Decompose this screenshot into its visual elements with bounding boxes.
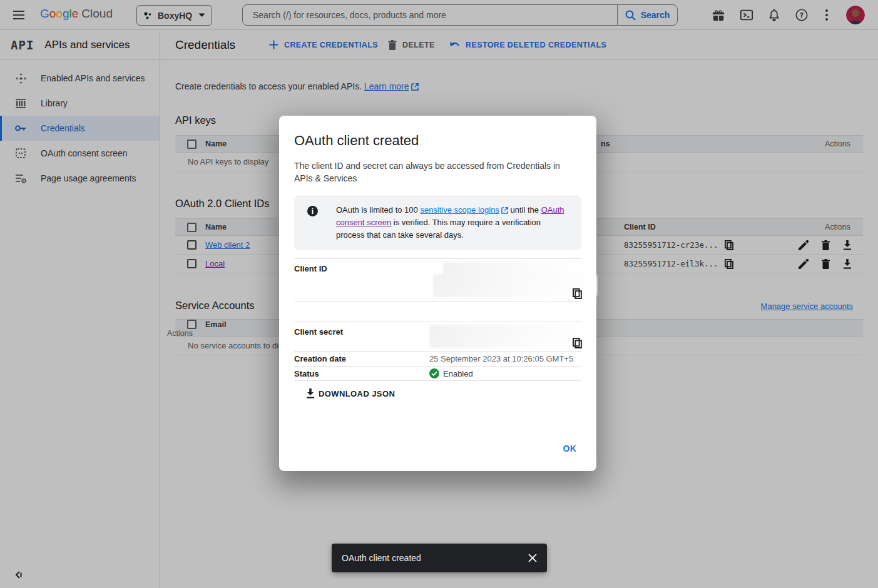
snackbar: OAuth client created <box>332 544 547 572</box>
close-icon[interactable] <box>528 553 538 563</box>
snackbar-message: OAuth client created <box>342 553 528 563</box>
client-secret-row: Client secret <box>294 322 581 351</box>
external-link-icon <box>501 207 508 214</box>
dialog-title: OAuth client created <box>294 116 581 149</box>
notice-fragment: until the <box>508 205 541 215</box>
blank-row <box>294 302 581 322</box>
status-value: Enabled <box>443 369 473 378</box>
creation-date-label: Creation date <box>294 354 429 363</box>
status-row: Status Enabled <box>294 366 581 381</box>
ok-button[interactable]: OK <box>559 443 581 454</box>
copy-icon[interactable] <box>573 338 582 348</box>
notice-box: OAuth is limited to 100 sensitive scope … <box>294 195 581 250</box>
client-id-row: Client ID <box>294 258 581 302</box>
creation-date-value: 25 September 2023 at 10:26:05 GMT+5 <box>429 354 573 363</box>
info-icon <box>307 204 318 241</box>
download-json-button[interactable]: DOWNLOAD JSON <box>302 388 399 399</box>
notice-fragment: OAuth is limited to 100 <box>336 205 420 215</box>
check-circle-icon <box>429 368 439 378</box>
client-secret-value-redacted <box>429 322 581 351</box>
download-icon <box>306 388 315 398</box>
notice-text: OAuth is limited to 100 sensitive scope … <box>336 204 571 241</box>
client-secret-label: Client secret <box>294 322 429 351</box>
status-label: Status <box>294 369 429 378</box>
copy-icon[interactable] <box>573 288 582 299</box>
dialog-fields: Client ID Client secret Creation date 25… <box>294 258 581 381</box>
creation-date-row: Creation date 25 September 2023 at 10:26… <box>294 351 581 366</box>
oauth-client-created-dialog: OAuth client created The client ID and s… <box>279 116 596 471</box>
client-id-value-redacted <box>429 259 581 302</box>
sensitive-scope-logins-link[interactable]: sensitive scope logins <box>420 205 499 215</box>
client-id-label: Client ID <box>294 259 429 302</box>
download-json-label: DOWNLOAD JSON <box>319 389 395 398</box>
dialog-body-text: The client ID and secret can always be a… <box>294 160 573 185</box>
